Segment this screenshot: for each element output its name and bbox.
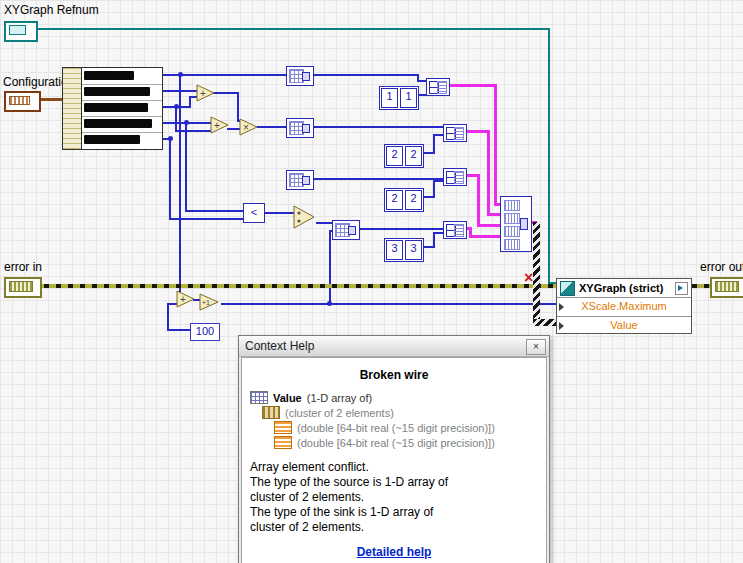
bundle-cluster-node[interactable] xyxy=(443,221,467,239)
unbundle-by-name-node[interactable] xyxy=(62,67,163,150)
numeric-wire[interactable] xyxy=(167,329,191,331)
property-item-xscale-maximum[interactable]: XScale.Maximum xyxy=(557,297,691,316)
error-in-terminal[interactable] xyxy=(4,277,42,298)
close-button[interactable]: × xyxy=(526,339,546,355)
message-line: cluster of 2 elements. xyxy=(250,520,538,535)
multiply-function[interactable]: × xyxy=(239,117,259,137)
build-array-node[interactable] xyxy=(286,118,314,138)
array-element[interactable]: 1 xyxy=(381,88,398,108)
context-help-titlebar[interactable]: Context Help × xyxy=(239,336,549,357)
cluster-icon xyxy=(262,406,280,419)
array-element[interactable]: 1 xyxy=(400,88,417,108)
conflict-message: Array element conflict. The type of the … xyxy=(250,460,538,535)
array-element[interactable]: 3 xyxy=(386,240,403,260)
refnum-wire[interactable] xyxy=(33,28,550,30)
increment-function[interactable]: +1 xyxy=(199,292,221,312)
add-glyph: + xyxy=(180,294,186,305)
array-element[interactable]: 3 xyxy=(405,240,422,260)
numeric-array-constant[interactable]: 1 1 xyxy=(379,86,419,110)
double-icon xyxy=(274,436,292,449)
wire-junction xyxy=(178,72,183,77)
property-node-xygraph[interactable]: XYGraph (strict) XScale.Maximum Value xyxy=(556,278,692,334)
numeric-array-constant[interactable]: 2 2 xyxy=(384,144,424,168)
cluster-array-wire[interactable] xyxy=(447,84,497,87)
array-element[interactable]: 2 xyxy=(386,146,403,166)
build-array-node[interactable] xyxy=(286,170,314,190)
numeric-wire[interactable] xyxy=(169,138,171,220)
error-out-terminal[interactable] xyxy=(710,277,743,298)
add-function[interactable]: + xyxy=(196,83,216,103)
unbundle-field[interactable] xyxy=(82,116,162,133)
numeric-wire[interactable] xyxy=(311,126,444,128)
compare-glyph: < xyxy=(251,206,257,218)
build-array-node[interactable] xyxy=(286,66,314,86)
numeric-wire[interactable] xyxy=(213,92,239,94)
unbundle-field[interactable] xyxy=(82,68,162,85)
broken-wire[interactable] xyxy=(533,222,540,326)
numeric-wire[interactable] xyxy=(357,228,444,230)
array-element[interactable]: 2 xyxy=(405,190,422,210)
build-array-node[interactable] xyxy=(332,220,360,240)
unbundle-field[interactable] xyxy=(82,132,162,148)
error-cluster-icon xyxy=(9,281,33,292)
numeric-wire[interactable] xyxy=(175,106,177,132)
redacted-field-name xyxy=(84,119,152,128)
numeric-wire[interactable] xyxy=(175,130,211,132)
numeric-wire[interactable] xyxy=(185,122,187,212)
write-arrow-icon xyxy=(559,322,564,330)
broken-wire-x-icon[interactable]: × xyxy=(524,270,533,286)
refnum-wire[interactable] xyxy=(548,28,550,284)
add-function[interactable]: + xyxy=(176,289,196,309)
numeric-wire[interactable] xyxy=(311,74,419,76)
detailed-help-link[interactable]: Detailed help xyxy=(250,545,538,559)
property-node-header[interactable]: XYGraph (strict) xyxy=(557,279,691,297)
cluster-icon xyxy=(9,96,30,105)
broken-wire-heading: Broken wire xyxy=(250,368,538,382)
numeric-wire[interactable] xyxy=(185,210,245,212)
build-cluster-array-node[interactable] xyxy=(500,196,532,252)
bundle-cluster-node[interactable] xyxy=(443,168,467,186)
cluster-array-wire[interactable] xyxy=(487,130,490,216)
numeric-array-constant[interactable]: 2 2 xyxy=(384,188,424,212)
property-item-value[interactable]: Value xyxy=(557,316,691,335)
numeric-constant-100[interactable]: 100 xyxy=(190,323,220,341)
cluster-array-wire[interactable] xyxy=(469,235,502,238)
numeric-wire[interactable] xyxy=(167,303,169,331)
array-element[interactable]: 2 xyxy=(405,146,422,166)
numeric-wire[interactable] xyxy=(169,218,245,220)
bundle-cluster-node[interactable] xyxy=(426,78,450,96)
comparison-function[interactable]: < xyxy=(243,203,265,223)
numeric-wire[interactable] xyxy=(161,90,197,92)
redacted-field-name xyxy=(84,103,148,112)
message-line: cluster of 2 elements. xyxy=(250,490,538,505)
bundle-cluster-node[interactable] xyxy=(443,124,467,142)
xygraph-refnum-terminal[interactable] xyxy=(4,21,38,42)
select-function[interactable] xyxy=(293,204,317,230)
unbundle-field[interactable] xyxy=(82,100,162,117)
write-arrow-icon xyxy=(559,303,564,311)
numeric-wire[interactable] xyxy=(329,230,331,305)
numeric-wire[interactable] xyxy=(311,178,444,180)
numeric-wire[interactable] xyxy=(221,303,556,305)
numeric-wire[interactable] xyxy=(257,126,287,128)
broken-wire[interactable] xyxy=(533,319,557,326)
numeric-wire[interactable] xyxy=(433,180,435,198)
add-function[interactable]: + xyxy=(210,115,230,135)
cluster-array-wire[interactable] xyxy=(494,84,497,206)
wire-junction xyxy=(168,136,173,141)
numeric-wire[interactable] xyxy=(433,134,435,154)
array-icon xyxy=(250,391,268,404)
type-tree-line: (cluster of 2 elements) xyxy=(262,405,538,420)
cluster-array-wire[interactable] xyxy=(477,174,480,227)
context-help-title: Context Help xyxy=(245,339,314,353)
block-diagram-canvas[interactable]: { "diagram": { "refnum_label": "XYGraph … xyxy=(0,0,743,563)
numeric-wire[interactable] xyxy=(433,232,435,248)
unbundle-field[interactable] xyxy=(82,84,162,101)
array-element[interactable]: 2 xyxy=(386,190,403,210)
numeric-wire[interactable] xyxy=(263,212,295,214)
array-out-icon xyxy=(348,226,356,235)
configuration-terminal[interactable] xyxy=(4,91,41,112)
numeric-array-constant[interactable]: 3 3 xyxy=(384,238,424,262)
cluster-array-wire[interactable] xyxy=(477,224,502,227)
add-glyph: + xyxy=(200,88,206,99)
